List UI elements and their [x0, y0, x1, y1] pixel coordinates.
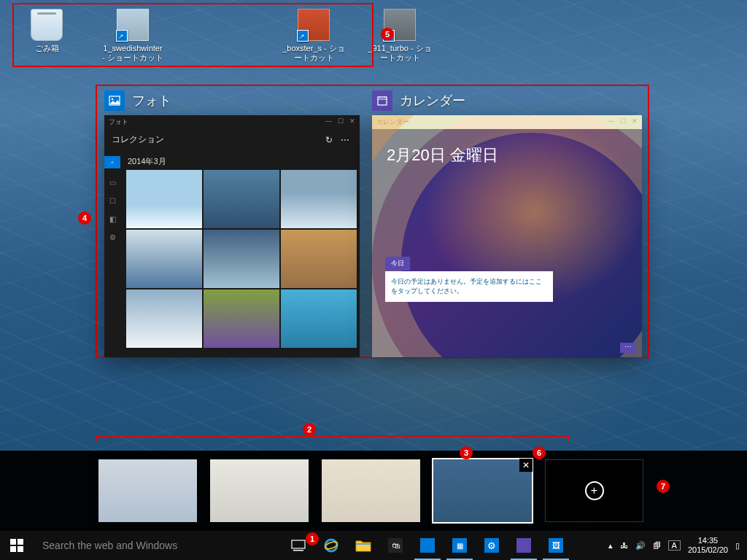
shortcut-winter[interactable]: 1_swedishwinter - ショートカット — [101, 9, 165, 63]
photos-actions: ↻ ⋯ — [325, 135, 352, 145]
taskbar-settings[interactable]: ⚙ — [476, 531, 508, 560]
taskbar-ie[interactable] — [315, 531, 347, 560]
photo-thumb[interactable] — [281, 170, 357, 228]
recycle-bin[interactable]: ごみ箱 — [15, 9, 79, 53]
taskbar: Search the web and Windows 🛍 ▦ ⚙ 🖼 ▴ 🖧 🔊… — [0, 531, 747, 560]
shortcut-icon — [117, 9, 149, 41]
virtual-desktop-4[interactable]: ✕ — [433, 459, 532, 522]
virtual-desktop-strip: ✕ + — [0, 451, 747, 531]
photo-thumb[interactable] — [126, 170, 202, 228]
svg-rect-7 — [18, 539, 23, 545]
new-desktop-button[interactable]: + — [545, 459, 643, 522]
photos-icon — [104, 90, 125, 111]
search-box[interactable]: Search the web and Windows — [34, 531, 282, 560]
shortcut-911[interactable]: _911_turbo - ショートカット — [368, 9, 432, 63]
photo-thumb[interactable] — [281, 230, 357, 288]
svg-rect-11 — [293, 550, 303, 551]
sidebar-collection-icon[interactable]: ▫ — [104, 156, 120, 168]
svg-rect-9 — [18, 546, 23, 552]
taskview-header: フォト — [104, 90, 360, 111]
search-placeholder: Search the web and Windows — [42, 540, 177, 551]
photos-grid — [126, 170, 357, 348]
shortcut-icon — [298, 9, 330, 41]
photos-window[interactable]: フォト —☐✕ コレクション ↻ ⋯ ▫ ▭ ☐ ◧ ⚙ 2014年3月 — [104, 115, 360, 357]
sidebar-settings-icon[interactable]: ⚙ — [109, 233, 116, 241]
svg-rect-6 — [10, 539, 16, 545]
taskbar-calendar[interactable] — [508, 531, 540, 560]
icon-label: ごみ箱 — [35, 44, 59, 53]
calendar-date: 2月20日 金曜日 — [387, 144, 498, 166]
calendar-today-button[interactable]: 今日 — [385, 257, 410, 271]
clock-time: 14:35 — [688, 536, 728, 545]
recycle-bin-icon — [31, 9, 63, 41]
icon-label: _911_turbo - ショートカット — [368, 44, 432, 63]
tray-volume-icon[interactable]: 🔊 — [635, 541, 646, 551]
photo-thumb[interactable] — [126, 289, 202, 348]
taskview-button[interactable] — [282, 531, 315, 560]
taskview-title: フォト — [132, 92, 171, 109]
window-titlebar: フォト —☐✕ — [104, 115, 360, 129]
sidebar-folders-icon[interactable]: ☐ — [109, 197, 116, 205]
calendar-window[interactable]: カレンダー —☐✕ 2月20日 金曜日 今日 今日の予定はありません。予定を追加… — [372, 115, 642, 357]
tray-ime-indicator[interactable]: A — [668, 540, 681, 551]
taskbar-store[interactable]: 🛍 — [379, 531, 411, 560]
taskview-header: カレンダー — [372, 90, 642, 111]
tray-clock[interactable]: 14:35 2015/02/20 — [688, 536, 728, 555]
tray-notes-icon[interactable]: 🗐 — [653, 541, 661, 550]
clock-date: 2015/02/20 — [688, 545, 728, 555]
virtual-desktop-2[interactable] — [210, 459, 309, 522]
photo-thumb[interactable] — [281, 289, 357, 348]
system-tray: ▴ 🖧 🔊 🗐 A 14:35 2015/02/20 ▯ — [601, 531, 747, 560]
close-desktop-button[interactable]: ✕ — [519, 459, 533, 472]
photo-thumb[interactable] — [204, 230, 279, 288]
photo-thumb[interactable] — [204, 170, 279, 228]
calendar-empty-message[interactable]: 今日の予定はありません。予定を追加するにはここをタップしてください。 — [385, 271, 553, 302]
taskview-photos[interactable]: フォト フォト —☐✕ コレクション ↻ ⋯ ▫ ▭ ☐ ◧ ⚙ 201 — [104, 90, 360, 357]
plus-icon: + — [585, 481, 604, 500]
photos-sidebar: ▫ ▭ ☐ ◧ ⚙ — [104, 150, 120, 357]
svg-point-1 — [112, 98, 114, 101]
photos-subtitle-bar: コレクション ↻ ⋯ — [104, 129, 360, 150]
shortcut-icon — [384, 9, 416, 41]
taskbar-app-blue2[interactable]: ▦ — [444, 531, 476, 560]
sidebar-sign-icon[interactable]: ◧ — [109, 215, 116, 223]
desktop-icons: ごみ箱 1_swedishwinter - ショートカット _boxster_s… — [15, 9, 732, 63]
taskbar-explorer[interactable] — [347, 531, 379, 560]
screen: ごみ箱 1_swedishwinter - ショートカット _boxster_s… — [0, 0, 747, 560]
window-controls: —☐✕ — [325, 117, 355, 127]
icon-label: _boxster_s - ショートカット — [282, 44, 346, 63]
svg-rect-14 — [356, 543, 371, 545]
calendar-more-button[interactable]: ⋯ — [620, 343, 636, 353]
svg-rect-10 — [292, 540, 305, 548]
photo-thumb[interactable] — [126, 230, 202, 288]
taskview-title: カレンダー — [400, 92, 465, 109]
sidebar-albums-icon[interactable]: ▭ — [109, 179, 116, 187]
shortcut-boxster[interactable]: _boxster_s - ショートカット — [282, 9, 346, 63]
svg-point-12 — [325, 540, 337, 551]
icon-label: 1_swedishwinter - ショートカット — [101, 44, 165, 63]
tray-overflow-icon[interactable]: ▴ — [608, 541, 613, 551]
virtual-desktop-3[interactable] — [322, 459, 420, 522]
taskbar-app-blue1[interactable] — [411, 531, 444, 560]
svg-rect-8 — [10, 546, 16, 552]
svg-rect-2 — [378, 97, 387, 105]
photo-thumb[interactable] — [204, 289, 279, 348]
start-button[interactable] — [0, 531, 34, 560]
tray-network-icon[interactable]: 🖧 — [620, 541, 628, 550]
photos-date-header: 2014年3月 — [126, 153, 357, 170]
taskview-calendar[interactable]: カレンダー カレンダー —☐✕ 2月20日 金曜日 今日 今日の予定はありません… — [372, 90, 642, 357]
virtual-desktop-1[interactable] — [98, 459, 197, 522]
calendar-icon — [372, 90, 392, 111]
taskbar-apps: 🛍 ▦ ⚙ 🖼 — [315, 531, 572, 560]
action-center-icon[interactable]: ▯ — [735, 541, 740, 551]
taskbar-photos[interactable]: 🖼 — [540, 531, 572, 560]
